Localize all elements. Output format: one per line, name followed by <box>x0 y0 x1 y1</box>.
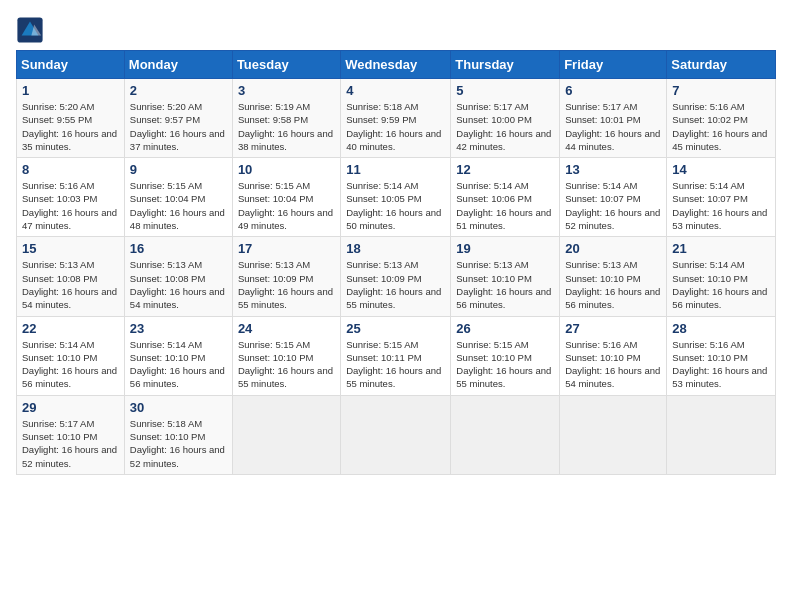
day-info: Sunrise: 5:20 AM Sunset: 9:55 PM Dayligh… <box>22 100 119 153</box>
daylight-label: Daylight: 16 hours and 51 minutes. <box>456 207 551 231</box>
day-info: Sunrise: 5:14 AM Sunset: 10:10 PM Daylig… <box>672 258 770 311</box>
sunset-label: Sunset: 10:10 PM <box>238 352 314 363</box>
calendar-cell: 22 Sunrise: 5:14 AM Sunset: 10:10 PM Day… <box>17 316 125 395</box>
weekday-header-sunday: Sunday <box>17 51 125 79</box>
calendar-cell: 29 Sunrise: 5:17 AM Sunset: 10:10 PM Day… <box>17 395 125 474</box>
daylight-label: Daylight: 16 hours and 52 minutes. <box>565 207 660 231</box>
day-number: 9 <box>130 162 227 177</box>
calendar-cell: 8 Sunrise: 5:16 AM Sunset: 10:03 PM Dayl… <box>17 158 125 237</box>
calendar-cell: 6 Sunrise: 5:17 AM Sunset: 10:01 PM Dayl… <box>560 79 667 158</box>
daylight-label: Daylight: 16 hours and 53 minutes. <box>672 365 767 389</box>
sunset-label: Sunset: 9:59 PM <box>346 114 416 125</box>
daylight-label: Daylight: 16 hours and 40 minutes. <box>346 128 441 152</box>
sunrise-label: Sunrise: 5:17 AM <box>456 101 528 112</box>
sunrise-label: Sunrise: 5:13 AM <box>22 259 94 270</box>
daylight-label: Daylight: 16 hours and 55 minutes. <box>346 286 441 310</box>
day-info: Sunrise: 5:16 AM Sunset: 10:02 PM Daylig… <box>672 100 770 153</box>
calendar-cell: 21 Sunrise: 5:14 AM Sunset: 10:10 PM Day… <box>667 237 776 316</box>
calendar-cell: 16 Sunrise: 5:13 AM Sunset: 10:08 PM Day… <box>124 237 232 316</box>
sunrise-label: Sunrise: 5:13 AM <box>130 259 202 270</box>
sunrise-label: Sunrise: 5:14 AM <box>672 180 744 191</box>
sunrise-label: Sunrise: 5:18 AM <box>346 101 418 112</box>
calendar-cell: 5 Sunrise: 5:17 AM Sunset: 10:00 PM Dayl… <box>451 79 560 158</box>
sunrise-label: Sunrise: 5:13 AM <box>238 259 310 270</box>
sunrise-label: Sunrise: 5:16 AM <box>565 339 637 350</box>
sunset-label: Sunset: 10:01 PM <box>565 114 641 125</box>
daylight-label: Daylight: 16 hours and 56 minutes. <box>22 365 117 389</box>
sunset-label: Sunset: 10:05 PM <box>346 193 422 204</box>
sunset-label: Sunset: 9:55 PM <box>22 114 92 125</box>
daylight-label: Daylight: 16 hours and 42 minutes. <box>456 128 551 152</box>
day-info: Sunrise: 5:16 AM Sunset: 10:03 PM Daylig… <box>22 179 119 232</box>
calendar-cell: 20 Sunrise: 5:13 AM Sunset: 10:10 PM Day… <box>560 237 667 316</box>
daylight-label: Daylight: 16 hours and 56 minutes. <box>130 365 225 389</box>
weekday-header-row: SundayMondayTuesdayWednesdayThursdayFrid… <box>17 51 776 79</box>
sunrise-label: Sunrise: 5:16 AM <box>672 339 744 350</box>
calendar-cell: 19 Sunrise: 5:13 AM Sunset: 10:10 PM Day… <box>451 237 560 316</box>
calendar-cell <box>232 395 340 474</box>
sunset-label: Sunset: 10:09 PM <box>238 273 314 284</box>
daylight-label: Daylight: 16 hours and 44 minutes. <box>565 128 660 152</box>
day-info: Sunrise: 5:18 AM Sunset: 9:59 PM Dayligh… <box>346 100 445 153</box>
calendar-cell: 13 Sunrise: 5:14 AM Sunset: 10:07 PM Day… <box>560 158 667 237</box>
day-info: Sunrise: 5:15 AM Sunset: 10:04 PM Daylig… <box>130 179 227 232</box>
sunrise-label: Sunrise: 5:20 AM <box>130 101 202 112</box>
week-row-2: 8 Sunrise: 5:16 AM Sunset: 10:03 PM Dayl… <box>17 158 776 237</box>
sunset-label: Sunset: 10:07 PM <box>672 193 748 204</box>
calendar-cell <box>560 395 667 474</box>
sunrise-label: Sunrise: 5:14 AM <box>672 259 744 270</box>
sunrise-label: Sunrise: 5:13 AM <box>346 259 418 270</box>
sunrise-label: Sunrise: 5:14 AM <box>565 180 637 191</box>
day-info: Sunrise: 5:13 AM Sunset: 10:10 PM Daylig… <box>565 258 661 311</box>
day-info: Sunrise: 5:15 AM Sunset: 10:10 PM Daylig… <box>456 338 554 391</box>
day-info: Sunrise: 5:17 AM Sunset: 10:10 PM Daylig… <box>22 417 119 470</box>
day-number: 28 <box>672 321 770 336</box>
sunset-label: Sunset: 10:10 PM <box>456 352 532 363</box>
day-number: 20 <box>565 241 661 256</box>
sunset-label: Sunset: 10:07 PM <box>565 193 641 204</box>
day-info: Sunrise: 5:14 AM Sunset: 10:05 PM Daylig… <box>346 179 445 232</box>
sunrise-label: Sunrise: 5:14 AM <box>130 339 202 350</box>
calendar-cell: 27 Sunrise: 5:16 AM Sunset: 10:10 PM Day… <box>560 316 667 395</box>
daylight-label: Daylight: 16 hours and 52 minutes. <box>22 444 117 468</box>
sunrise-label: Sunrise: 5:20 AM <box>22 101 94 112</box>
calendar-cell: 30 Sunrise: 5:18 AM Sunset: 10:10 PM Day… <box>124 395 232 474</box>
sunrise-label: Sunrise: 5:14 AM <box>456 180 528 191</box>
sunset-label: Sunset: 10:09 PM <box>346 273 422 284</box>
sunrise-label: Sunrise: 5:13 AM <box>565 259 637 270</box>
calendar-cell: 25 Sunrise: 5:15 AM Sunset: 10:11 PM Day… <box>341 316 451 395</box>
day-number: 22 <box>22 321 119 336</box>
calendar-cell: 1 Sunrise: 5:20 AM Sunset: 9:55 PM Dayli… <box>17 79 125 158</box>
calendar-cell: 7 Sunrise: 5:16 AM Sunset: 10:02 PM Dayl… <box>667 79 776 158</box>
weekday-header-thursday: Thursday <box>451 51 560 79</box>
day-number: 3 <box>238 83 335 98</box>
day-info: Sunrise: 5:20 AM Sunset: 9:57 PM Dayligh… <box>130 100 227 153</box>
day-info: Sunrise: 5:17 AM Sunset: 10:01 PM Daylig… <box>565 100 661 153</box>
week-row-4: 22 Sunrise: 5:14 AM Sunset: 10:10 PM Day… <box>17 316 776 395</box>
day-info: Sunrise: 5:17 AM Sunset: 10:00 PM Daylig… <box>456 100 554 153</box>
daylight-label: Daylight: 16 hours and 35 minutes. <box>22 128 117 152</box>
calendar-cell: 3 Sunrise: 5:19 AM Sunset: 9:58 PM Dayli… <box>232 79 340 158</box>
day-number: 23 <box>130 321 227 336</box>
day-number: 24 <box>238 321 335 336</box>
daylight-label: Daylight: 16 hours and 56 minutes. <box>456 286 551 310</box>
sunset-label: Sunset: 10:00 PM <box>456 114 532 125</box>
daylight-label: Daylight: 16 hours and 54 minutes. <box>130 286 225 310</box>
weekday-header-monday: Monday <box>124 51 232 79</box>
calendar-cell <box>667 395 776 474</box>
calendar-cell: 2 Sunrise: 5:20 AM Sunset: 9:57 PM Dayli… <box>124 79 232 158</box>
sunset-label: Sunset: 9:57 PM <box>130 114 200 125</box>
week-row-1: 1 Sunrise: 5:20 AM Sunset: 9:55 PM Dayli… <box>17 79 776 158</box>
daylight-label: Daylight: 16 hours and 37 minutes. <box>130 128 225 152</box>
sunrise-label: Sunrise: 5:15 AM <box>238 180 310 191</box>
sunrise-label: Sunrise: 5:15 AM <box>346 339 418 350</box>
day-number: 11 <box>346 162 445 177</box>
daylight-label: Daylight: 16 hours and 56 minutes. <box>565 286 660 310</box>
sunrise-label: Sunrise: 5:14 AM <box>346 180 418 191</box>
day-info: Sunrise: 5:15 AM Sunset: 10:11 PM Daylig… <box>346 338 445 391</box>
calendar-table: SundayMondayTuesdayWednesdayThursdayFrid… <box>16 50 776 475</box>
sunset-label: Sunset: 10:08 PM <box>130 273 206 284</box>
day-number: 13 <box>565 162 661 177</box>
daylight-label: Daylight: 16 hours and 53 minutes. <box>672 207 767 231</box>
calendar-cell: 23 Sunrise: 5:14 AM Sunset: 10:10 PM Day… <box>124 316 232 395</box>
